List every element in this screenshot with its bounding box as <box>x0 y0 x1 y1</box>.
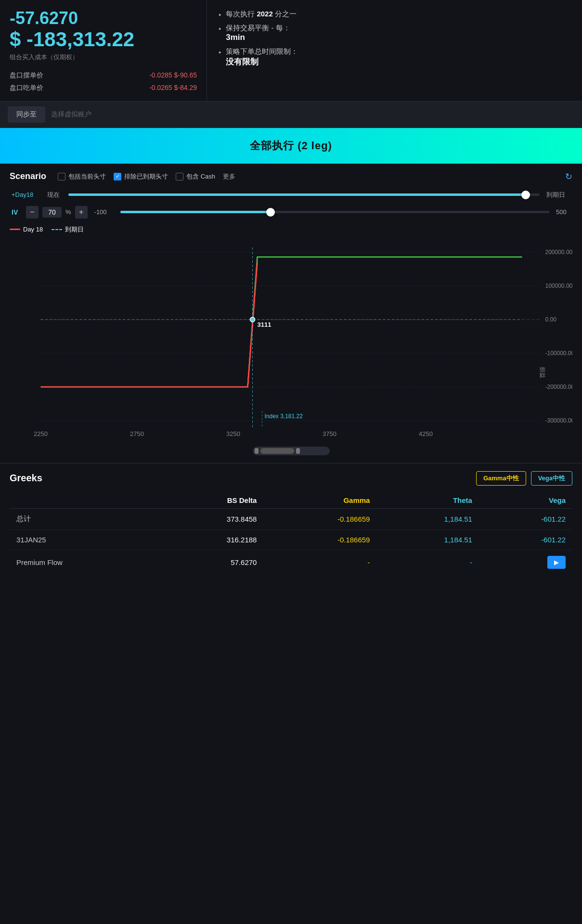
checkbox-include-current[interactable]: 包括当前头寸 <box>58 172 106 181</box>
top-right-panel: • 每次执行 2022 分之一 • 保持交易平衡 - 每：3min • 策略下单… <box>207 0 582 101</box>
legend-expiry-label: 到期日 <box>65 225 84 234</box>
iv-increase-button[interactable]: + <box>75 206 88 218</box>
usd-value: $ -183,313.22 <box>10 28 197 51</box>
row-total-theta: 1,184.51 <box>376 508 479 529</box>
greeks-table: BS Delta Gamma Theta Vega 总计 373.8458 -0… <box>10 492 572 575</box>
bullet-1-text: 每次执行 2022 分之一 <box>226 10 297 19</box>
svg-text:3750: 3750 <box>323 430 336 437</box>
legend-day18: Day 18 <box>10 226 43 233</box>
legend-day18-line <box>10 229 20 230</box>
row-label-total: 总计 <box>10 508 156 529</box>
pnl-chart: 200000.00 100000.00 0.00 -100000.00 -200… <box>10 238 572 440</box>
iv-slider-fill <box>120 211 271 213</box>
table-row: 31JAN25 316.2188 -0.186659 1,184.51 -601… <box>10 529 572 550</box>
scrollbar-track[interactable] <box>253 447 330 455</box>
svg-text:100000.00: 100000.00 <box>545 282 573 289</box>
svg-text:-200000.00: -200000.00 <box>545 384 573 390</box>
row-31jan25-vega: -601.22 <box>479 529 572 550</box>
greeks-title: Greeks <box>10 473 471 484</box>
maker-value: -0.0285 $-90.65 <box>149 71 197 80</box>
sync-account-placeholder[interactable]: 选择虚拟账户 <box>51 110 91 119</box>
row-total-bsdelta: 373.8458 <box>156 508 264 529</box>
bullet-2: • 保持交易平衡 - 每：3min <box>219 24 570 42</box>
iv-slider-track[interactable] <box>120 211 549 213</box>
top-left-panel: -57.6270 $ -183,313.22 组合买入成本（仅期权） 盘口摆单价… <box>0 0 207 101</box>
checkbox-include-cash[interactable]: 包含 Cash <box>176 172 215 181</box>
bullet-1: • 每次执行 2022 分之一 <box>219 10 570 19</box>
chart-scrollbar[interactable] <box>10 444 572 463</box>
iv-slider-thumb[interactable] <box>266 208 275 217</box>
checkbox-box-3[interactable] <box>176 173 183 180</box>
iv-slider-right-label: 500 <box>556 208 570 216</box>
row-premium-theta: - <box>376 550 479 575</box>
day-slider-right-label: 到期日 <box>546 191 570 199</box>
iv-row: IV − 70 % + -100 500 <box>10 206 572 218</box>
row-premium-bsdelta: 57.6270 <box>156 550 264 575</box>
iv-value: 70 <box>42 207 62 218</box>
checkbox-label-2: 排除已到期头寸 <box>124 172 168 181</box>
iv-label: IV <box>12 208 22 216</box>
sync-bar: 同步至 选择虚拟账户 <box>0 102 582 128</box>
sync-button[interactable]: 同步至 <box>8 106 45 123</box>
scrollbar-handle[interactable] <box>260 448 294 454</box>
checkbox-box-1[interactable] <box>58 173 65 180</box>
svg-text:损益: 损益 <box>539 367 546 378</box>
checkbox-label-3: 包含 Cash <box>186 172 215 181</box>
svg-text:3250: 3250 <box>226 430 240 437</box>
legend-expiry: 到期日 <box>52 225 84 234</box>
day-slider-track[interactable] <box>68 193 540 196</box>
row-total-vega: -601.22 <box>479 508 572 529</box>
vega-neutral-button[interactable]: Vega中性 <box>531 471 572 486</box>
day-slider-thumb[interactable] <box>521 191 530 199</box>
bullet-dot-1: • <box>219 11 221 19</box>
scenario-title: Scenario <box>10 171 46 181</box>
day-slider-now: 现在 <box>47 191 62 199</box>
row-31jan25-theta: 1,184.51 <box>376 529 479 550</box>
top-panel: -57.6270 $ -183,313.22 组合买入成本（仅期权） 盘口摆单价… <box>0 0 582 102</box>
th-label <box>10 492 156 509</box>
th-theta: Theta <box>376 492 479 509</box>
checkbox-box-2[interactable]: ✓ <box>114 173 121 180</box>
bullet-dot-3: • <box>219 48 221 56</box>
scrollbar-left-handle[interactable] <box>255 448 259 454</box>
checkbox-label-1: 包括当前头寸 <box>68 172 106 181</box>
taker-row: 盘口吃单价 -0.0265 $-84.29 <box>10 84 197 92</box>
greeks-table-header: BS Delta Gamma Theta Vega <box>10 492 572 509</box>
checkbox-exclude-expired[interactable]: ✓ 排除已到期头寸 <box>114 172 168 181</box>
svg-text:2750: 2750 <box>130 430 144 437</box>
premium-action-button[interactable]: ▶ <box>547 556 566 569</box>
row-total-gamma: -0.186659 <box>263 508 376 529</box>
chart-legend: Day 18 到期日 <box>10 225 572 234</box>
th-bsdelta: BS Delta <box>156 492 264 509</box>
taker-label: 盘口吃单价 <box>10 84 43 92</box>
iv-unit: % <box>65 208 71 216</box>
row-31jan25-gamma: -0.186659 <box>263 529 376 550</box>
svg-point-24 <box>250 317 255 322</box>
row-label-31jan25: 31JAN25 <box>10 529 156 550</box>
row-premium-vega: ▶ <box>479 550 572 575</box>
scrollbar-right-handle[interactable] <box>296 448 300 454</box>
chart-container: 200000.00 100000.00 0.00 -100000.00 -200… <box>10 238 572 440</box>
row-31jan25-bsdelta: 316.2188 <box>156 529 264 550</box>
day-slider-left-label: +Day18 <box>12 191 40 198</box>
eth-value: -57.6270 <box>10 9 197 28</box>
day-slider-fill <box>68 193 526 196</box>
svg-text:4250: 4250 <box>419 430 433 437</box>
legend-expiry-line <box>52 229 62 230</box>
legend-day18-label: Day 18 <box>23 226 43 233</box>
execute-button[interactable]: 全部执行 (2 leg) <box>0 128 582 164</box>
iv-control: IV − 70 % + <box>12 206 88 218</box>
iv-slider-left-label: -100 <box>94 208 114 216</box>
more-link[interactable]: 更多 <box>223 172 235 181</box>
row-label-premium: Premium Flow <box>10 550 156 575</box>
maker-label: 盘口摆单价 <box>10 71 43 80</box>
th-vega: Vega <box>479 492 572 509</box>
svg-rect-0 <box>12 238 570 440</box>
gamma-neutral-button[interactable]: Gamma中性 <box>476 471 526 486</box>
greeks-header: Greeks Gamma中性 Vega中性 <box>10 471 572 486</box>
refresh-icon[interactable]: ↻ <box>565 171 572 182</box>
row-premium-gamma: - <box>263 550 376 575</box>
iv-decrease-button[interactable]: − <box>26 206 39 218</box>
table-row: 总计 373.8458 -0.186659 1,184.51 -601.22 <box>10 508 572 529</box>
svg-text:-100000.00: -100000.00 <box>545 350 573 357</box>
